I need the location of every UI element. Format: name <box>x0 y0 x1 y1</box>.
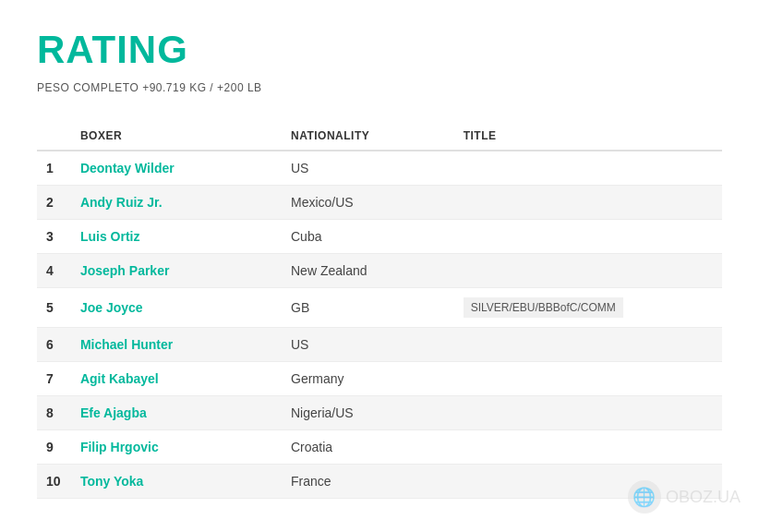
boxer-name: Joe Joyce <box>80 300 143 315</box>
col-header-nationality: NATIONALITY <box>282 122 454 151</box>
rank-cell: 5 <box>37 288 71 328</box>
title-cell: SILVER/EBU/BBBofC/COMM <box>454 288 722 328</box>
rank-cell: 6 <box>37 328 71 362</box>
nationality-cell: Cuba <box>282 220 454 254</box>
table-row: 7Agit KabayelGermany <box>37 362 722 396</box>
rank-cell: 2 <box>37 186 71 220</box>
table-row: 5Joe JoyceGBSILVER/EBU/BBBofC/COMM <box>37 288 722 328</box>
boxer-cell: Andy Ruiz Jr. <box>71 186 282 220</box>
table-row: 8Efe AjagbaNigeria/US <box>37 396 722 430</box>
watermark-text: OBOZ.UA <box>666 488 741 507</box>
title-cell <box>454 362 722 396</box>
table-row: 3Luis OrtizCuba <box>37 220 722 254</box>
nationality-cell: GB <box>282 288 454 328</box>
boxer-name: Luis Ortiz <box>80 229 140 244</box>
boxer-name: Joseph Parker <box>80 263 170 278</box>
boxer-cell: Filip Hrgovic <box>71 430 282 465</box>
boxer-name: Tony Yoka <box>80 474 143 489</box>
nationality-cell: Croatia <box>282 430 454 465</box>
title-badge: SILVER/EBU/BBBofC/COMM <box>464 297 623 318</box>
table-row: 10Tony YokaFrance <box>37 465 722 499</box>
page-subtitle: PESO COMPLETO +90.719 KG / +200 LB <box>37 81 722 94</box>
col-header-rank <box>37 122 71 151</box>
col-header-title: TITLE <box>454 122 722 151</box>
nationality-cell: New Zealand <box>282 254 454 288</box>
table-row: 1Deontay WilderUS <box>37 151 722 186</box>
nationality-cell: Mexico/US <box>282 186 454 220</box>
boxer-name: Filip Hrgovic <box>80 440 159 454</box>
nationality-cell: France <box>282 465 454 499</box>
boxer-cell: Deontay Wilder <box>71 151 282 186</box>
title-cell <box>454 254 722 288</box>
boxer-cell: Efe Ajagba <box>71 396 282 430</box>
boxer-cell: Luis Ortiz <box>71 220 282 254</box>
boxer-cell: Agit Kabayel <box>71 362 282 396</box>
boxer-name: Agit Kabayel <box>80 371 159 386</box>
nationality-cell: Nigeria/US <box>282 396 454 430</box>
boxer-name: Andy Ruiz Jr. <box>80 195 163 210</box>
boxer-cell: Michael Hunter <box>71 328 282 362</box>
boxer-name: Deontay Wilder <box>80 161 175 175</box>
title-cell <box>454 430 722 465</box>
table-row: 4Joseph ParkerNew Zealand <box>37 254 722 288</box>
rank-cell: 3 <box>37 220 71 254</box>
table-row: 9Filip HrgovicCroatia <box>37 430 722 465</box>
boxer-cell: Joseph Parker <box>71 254 282 288</box>
title-cell <box>454 186 722 220</box>
boxer-cell: Tony Yoka <box>71 465 282 499</box>
table-row: 6Michael HunterUS <box>37 328 722 362</box>
boxer-name: Efe Ajagba <box>80 405 147 420</box>
rank-cell: 7 <box>37 362 71 396</box>
rank-cell: 4 <box>37 254 71 288</box>
nationality-cell: US <box>282 328 454 362</box>
rank-cell: 10 <box>37 465 71 499</box>
rank-cell: 9 <box>37 430 71 465</box>
title-cell <box>454 396 722 430</box>
page-title: RATING <box>37 28 722 72</box>
boxer-cell: Joe Joyce <box>71 288 282 328</box>
title-cell <box>454 151 722 186</box>
rank-cell: 8 <box>37 396 71 430</box>
nationality-cell: US <box>282 151 454 186</box>
title-cell <box>454 328 722 362</box>
watermark: 🌐 OBOZ.UA <box>628 480 741 514</box>
boxer-name: Michael Hunter <box>80 337 173 352</box>
nationality-cell: Germany <box>282 362 454 396</box>
table-row: 2Andy Ruiz Jr.Mexico/US <box>37 186 722 220</box>
title-cell <box>454 220 722 254</box>
rating-table: BOXER NATIONALITY TITLE 1Deontay WilderU… <box>37 122 722 499</box>
col-header-boxer: BOXER <box>71 122 282 151</box>
rank-cell: 1 <box>37 151 71 186</box>
watermark-icon: 🌐 <box>628 480 661 514</box>
table-header-row: BOXER NATIONALITY TITLE <box>37 122 722 151</box>
